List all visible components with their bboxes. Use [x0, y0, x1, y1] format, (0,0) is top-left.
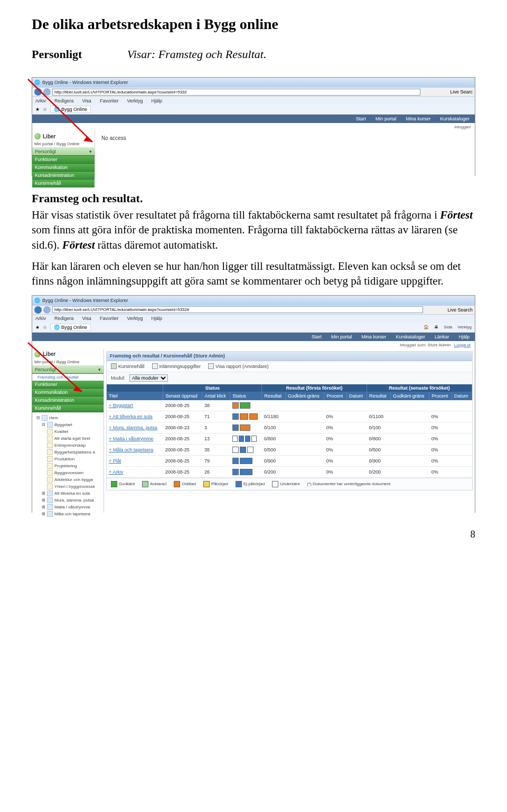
tool-verktyg[interactable]: Verktyg: [457, 325, 472, 329]
tab-start[interactable]: Start: [312, 334, 322, 339]
tab-mina-kurser[interactable]: Mina kurser: [361, 334, 386, 339]
col-titel[interactable]: Titel: [107, 392, 163, 400]
tab-min-portal[interactable]: Min portal: [331, 334, 352, 339]
col-procent2[interactable]: Procent: [429, 392, 452, 400]
col-datum2[interactable]: Datum: [452, 392, 472, 400]
cell: [390, 400, 429, 411]
cell[interactable]: + Matta i våtutrymme: [107, 433, 163, 444]
col-resultat2[interactable]: Resultat: [367, 392, 391, 400]
status-cell: [230, 411, 262, 422]
nav-forward-icon[interactable]: [43, 306, 51, 314]
module-select[interactable]: Alla moduler: [129, 374, 168, 382]
tab-mina-kurser[interactable]: Mina kurser: [406, 116, 430, 121]
tree-item[interactable]: Arkitektur och bygga: [34, 476, 101, 483]
col-procent1[interactable]: Procent: [324, 392, 347, 400]
cell[interactable]: + Arkiv: [107, 466, 163, 477]
cell: 2008-08-25: [163, 433, 202, 444]
home-icon[interactable]: 🏠: [424, 325, 429, 329]
address-input[interactable]: [52, 89, 420, 96]
tree-item[interactable]: Yrken i byggprocesse: [34, 483, 101, 490]
subtab-kursinnehall[interactable]: Kursinnehåll: [111, 363, 145, 369]
cell[interactable]: + Måla och tapetsera: [107, 444, 163, 455]
tab-bygg-online[interactable]: 🌐 Bygg Online: [50, 324, 91, 331]
sidebar-personligt[interactable]: Personligt ▾: [32, 148, 95, 156]
tree-item[interactable]: Byggprocessen: [34, 469, 101, 476]
cell: 0/900: [367, 455, 391, 466]
cell: [452, 433, 472, 444]
screenshot-2: 🌐 Bygg Online - Windows Internet Explore…: [32, 295, 475, 513]
menu-verktyg[interactable]: Verktyg: [127, 316, 143, 321]
cell[interactable]: + Att tillverka en sula: [107, 411, 163, 422]
tab-hjalp[interactable]: Hjälp: [458, 334, 470, 339]
col-resultat1[interactable]: Resultat: [262, 392, 286, 400]
cell[interactable]: + Plåt: [107, 455, 163, 466]
screenshot-1: 🌐 Bygg Online - Windows Internet Explore…: [32, 77, 475, 176]
cell: [286, 466, 324, 477]
cell: [286, 444, 324, 455]
sidebar-kursadministration[interactable]: Kursadministration: [32, 172, 95, 180]
tree-item[interactable]: Produktion: [34, 456, 101, 462]
cell[interactable]: + Mura, slamma, putsa: [107, 422, 163, 433]
menu-arkiv[interactable]: Arkiv: [35, 316, 46, 321]
menu-hjalp[interactable]: Hjälp: [151, 98, 162, 103]
address-input[interactable]: [52, 306, 423, 313]
tab-start[interactable]: Start: [356, 116, 366, 121]
sidebar-funktioner[interactable]: Funktioner: [32, 156, 95, 164]
col-godkant2[interactable]: Godkänt-gräns: [390, 392, 429, 400]
legend-item: Underkänt: [272, 481, 299, 487]
tree-item[interactable]: ⊞Att tillverka en sula: [34, 490, 101, 497]
subtab-visa-rapport[interactable]: Visa rapport (Användare): [208, 363, 268, 369]
tree-item[interactable]: Byggarbetsplatsens a: [34, 449, 101, 456]
cell: [452, 444, 472, 455]
cell: 0%: [324, 444, 347, 455]
nav-back-icon[interactable]: [34, 306, 42, 314]
legend-item: Påbörjad: [203, 481, 228, 487]
col-godkant1[interactable]: Godkänt-gräns: [286, 392, 324, 400]
cell: 0/900: [262, 455, 286, 466]
tab-lankar[interactable]: Länkar: [435, 334, 449, 339]
col-datum1[interactable]: Datum: [347, 392, 367, 400]
logout-link[interactable]: Logga ut: [454, 343, 471, 347]
cell: [286, 422, 324, 433]
tree-item[interactable]: Kvalitet: [34, 428, 101, 435]
tree-item[interactable]: Entreprenörskap: [34, 442, 101, 449]
legend-note: (*) Dokumentet har underliggande dokumen…: [307, 481, 390, 486]
star-outline-icon[interactable]: ☆: [43, 325, 47, 330]
cell: 0%: [324, 411, 347, 422]
sidebar-kursinnehall[interactable]: Kursinnehåll: [32, 404, 104, 412]
tree-item[interactable]: Projektering: [34, 462, 101, 469]
menu-verktyg[interactable]: Verktyg: [127, 98, 143, 103]
cell[interactable]: + Byggstart: [107, 400, 163, 411]
menu-favoriter[interactable]: Favoriter: [100, 98, 119, 103]
col-klick[interactable]: Antal klick: [202, 392, 230, 400]
star-icon[interactable]: ★: [35, 325, 40, 330]
callout-arrow-1: [23, 78, 97, 146]
menu-visa[interactable]: Visa: [82, 316, 91, 321]
menu-favoriter[interactable]: Favoriter: [100, 316, 119, 321]
sidebar-kursinnehall[interactable]: Kursinnehåll: [32, 180, 95, 187]
tool-sida[interactable]: Sida: [444, 325, 452, 329]
cell: 0%: [324, 455, 347, 466]
tree-item[interactable]: ⊟Byggstart: [34, 421, 101, 428]
sidebar-kommunikation[interactable]: Kommunikation: [32, 164, 95, 172]
tab-kurskataloger[interactable]: Kurskataloger: [396, 334, 425, 339]
menu-redigera[interactable]: Redigera: [54, 316, 74, 321]
col-status[interactable]: Status: [230, 392, 262, 400]
col-senast[interactable]: Senast öppnad: [163, 392, 202, 400]
module-row: Modul: Alla moduler: [107, 372, 472, 384]
tree-root[interactable]: ⊟Hem: [34, 414, 101, 421]
tree-item[interactable]: Att starta eget föret: [34, 435, 101, 442]
para-text: faktaböckerna samt resultatet på frågorn…: [248, 209, 440, 221]
print-icon[interactable]: 🖶: [434, 325, 438, 329]
para-text-emph: Förtest: [440, 209, 473, 221]
tree-item[interactable]: ⊞Matta i våtutrymme: [34, 504, 101, 511]
subhead-label: Personligt: [32, 48, 82, 61]
subtab-inlamning[interactable]: Inlämningsuppgifter: [152, 363, 201, 369]
menu-hjalp[interactable]: Hjälp: [151, 316, 162, 321]
tree-item[interactable]: ⊞Mura, slamma, putsa: [34, 497, 101, 504]
tree-item[interactable]: ⊞Måla och tapetsera: [34, 511, 101, 517]
cell: 2008-08-25: [163, 466, 202, 477]
tab-kurskataloger[interactable]: Kurskataloger: [440, 116, 470, 121]
section-title-framsteg: Framsteg och resultat.: [32, 192, 475, 205]
tab-min-portal[interactable]: Min portal: [375, 116, 397, 121]
